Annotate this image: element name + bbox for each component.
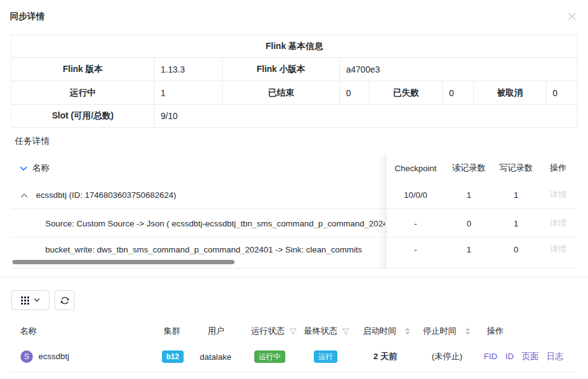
task-table-header: 名称 Checkpoint 读记录数 写记录数 操作: [11, 155, 577, 181]
task-read-count: 0: [445, 218, 492, 228]
task-checkpoint: 10/0/0: [386, 190, 445, 200]
sorter-icon[interactable]: [465, 328, 470, 335]
sync-details-modal: { "modal": { "title": "同步详情" }, "flink_i…: [0, 0, 588, 379]
horizontal-scrollbar[interactable]: [12, 260, 234, 264]
refresh-button[interactable]: [55, 290, 74, 310]
cancelled-value: 0: [546, 81, 577, 105]
task-detail-link[interactable]: 详情: [540, 189, 577, 200]
close-icon[interactable]: [566, 11, 577, 22]
flink-minor-version-value: a4700e3: [340, 58, 577, 81]
chevron-down-icon[interactable]: [20, 163, 27, 173]
column-header-cluster: 集群: [164, 326, 180, 337]
page-title: 同步详情: [10, 11, 45, 22]
job-user: datalake: [200, 352, 231, 361]
finished-value: 0: [340, 81, 370, 105]
filter-icon[interactable]: [342, 328, 350, 336]
task-checkpoint: -: [386, 218, 445, 228]
column-header-actions: 操作: [540, 163, 577, 174]
running-label: 运行中: [12, 81, 154, 105]
task-name: bucket_write: dws_tbn_sms_command_p_comm…: [45, 245, 385, 254]
log-link[interactable]: 日志: [546, 351, 563, 362]
filter-icon[interactable]: [289, 328, 297, 336]
page-link[interactable]: 页面: [522, 351, 538, 362]
task-details-table: 名称 Checkpoint 读记录数 写记录数 操作 ecssdbtj (ID:…: [0, 155, 588, 269]
flink-info-table: Flink 基本信息 Flink 版本 1.13.3 Flink 小版本 a47…: [11, 35, 577, 128]
task-row-source: Source: Custom Source -> Json ( ecssdbtj…: [11, 209, 577, 238]
chevron-up-icon[interactable]: [20, 190, 28, 200]
final-status-badge: 运行: [314, 350, 337, 363]
avatar: S: [20, 350, 33, 363]
fid-link[interactable]: FID: [484, 352, 497, 361]
job-actions: FID ID 页面 日志: [484, 351, 563, 362]
run-status-badge: 运行中: [254, 350, 285, 363]
column-header-start-time: 启动时间: [363, 326, 410, 337]
flink-version-value: 1.13.3: [154, 58, 223, 81]
id-link[interactable]: ID: [506, 352, 514, 361]
cluster-badge: b12: [162, 350, 184, 363]
finished-label: 已结束: [223, 81, 340, 105]
column-settings-button[interactable]: [11, 290, 50, 310]
task-write-count: 0: [492, 245, 540, 254]
task-name: Source: Custom Source -> Json ( ecssdbtj…: [45, 218, 385, 228]
table-bottom-border: [11, 268, 577, 269]
slot-value: 9/10: [154, 105, 577, 128]
column-header-read-records: 读记录数: [445, 163, 492, 174]
flink-info-title: Flink 基本信息: [12, 35, 577, 58]
failed-value: 0: [443, 81, 474, 105]
column-header-actions: 操作: [487, 326, 504, 337]
task-write-count: 1: [492, 190, 540, 200]
column-header-stop-time: 停止时间: [423, 326, 470, 337]
cancelled-label: 被取消: [474, 81, 546, 105]
column-header-user: 用户: [208, 326, 225, 337]
column-header-checkpoint: Checkpoint: [386, 164, 445, 173]
task-detail-link[interactable]: 详情: [540, 218, 577, 229]
sorter-icon[interactable]: [405, 328, 410, 335]
refresh-icon: [60, 296, 69, 305]
job-row: S ecssdbtj b12 datalake 运行中 运行 2 天前 (未停止…: [11, 341, 577, 372]
task-name: ecssdbtj (ID: 1746803603750682624): [36, 190, 385, 200]
column-header-run-status: 运行状态: [251, 326, 297, 337]
failed-label: 已失败: [370, 81, 443, 105]
task-read-count: 1: [445, 245, 492, 254]
job-start-time: 2 天前: [373, 351, 397, 362]
section-divider: [0, 277, 588, 277]
job-name: ecssdbtj: [38, 352, 69, 361]
task-read-count: 1: [445, 190, 492, 200]
task-checkpoint: -: [386, 245, 445, 254]
slot-label: Slot (可用/总数): [12, 105, 154, 128]
column-header-final-status: 最终状态: [304, 326, 350, 337]
task-row-sink: bucket_write: dws_tbn_sms_command_p_comm…: [11, 238, 577, 261]
task-detail-link[interactable]: 详情: [540, 244, 577, 255]
task-details-title: 任务详情: [15, 136, 50, 147]
flink-minor-version-label: Flink 小版本: [223, 58, 340, 81]
job-stop-time: (未停止): [432, 351, 463, 362]
task-write-count: 1: [492, 218, 540, 228]
column-header-name: 名称: [32, 163, 50, 174]
grid-icon: [21, 297, 29, 305]
running-value: 1: [154, 81, 223, 105]
flink-version-label: Flink 版本: [12, 58, 154, 81]
task-row-job: ecssdbtj (ID: 1746803603750682624) 10/0/…: [11, 181, 577, 209]
column-header-name: 名称: [20, 326, 37, 337]
chevron-down-icon: [34, 298, 40, 302]
column-header-write-records: 写记录数: [492, 163, 540, 174]
jobs-table-header: 名称 集群 用户 运行状态 最终状态 启动时间 停止时间 操作: [0, 321, 588, 341]
